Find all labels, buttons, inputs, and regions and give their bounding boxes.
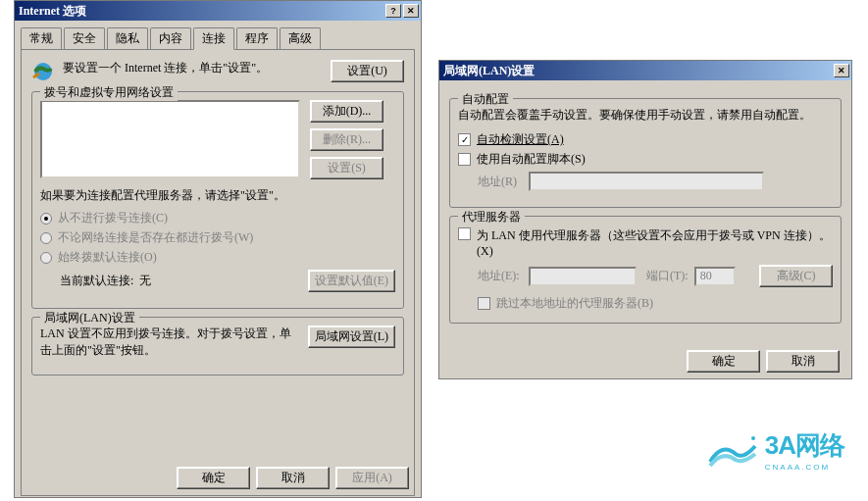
script-address-input: [529, 172, 764, 191]
set-default-button: 设置默认值(E): [308, 270, 395, 292]
help-button[interactable]: ?: [385, 4, 401, 18]
radio-never: 从不进行拨号连接(C): [40, 210, 395, 226]
logo-sub: CNAAA.COM: [765, 463, 844, 472]
auto-config-title: 自动配置: [458, 91, 513, 108]
auto-detect-checkbox[interactable]: [458, 133, 471, 146]
use-proxy-label: 为 LAN 使用代理服务器（这些设置不会应用于拨号或 VPN 连接）。(X): [477, 227, 833, 259]
titlebar: Internet 选项 ? ✕: [15, 1, 421, 21]
radio-always: 始终拨默认连接(O): [40, 249, 395, 266]
close-button[interactable]: ✕: [834, 64, 849, 77]
radio-always-input: [40, 252, 52, 264]
connections-panel: 要设置一个 Internet 连接，单击"设置"。 设置(U) 拨号和虚拟专用网…: [21, 49, 415, 496]
bypass-local-row: 跳过本地地址的代理服务器(B): [478, 295, 833, 312]
close-button[interactable]: ✕: [403, 4, 419, 18]
svg-point-1: [751, 436, 755, 440]
advanced-button: 高级(C): [759, 265, 833, 287]
titlebar: 局域网(LAN)设置 ✕: [439, 61, 851, 80]
use-proxy-row[interactable]: 为 LAN 使用代理服务器（这些设置不会应用于拨号或 VPN 连接）。(X): [458, 227, 833, 259]
radio-never-input: [40, 213, 52, 225]
auto-config-group: 自动配置 自动配置会覆盖手动设置。要确保使用手动设置，请禁用自动配置。 自动检测…: [449, 98, 842, 208]
window-title: Internet 选项: [19, 3, 383, 20]
proxy-hint: 如果要为连接配置代理服务器，请选择"设置"。: [40, 187, 395, 204]
dialup-listbox[interactable]: [40, 100, 300, 178]
radio-whenever: 不论网络连接是否存在都进行拨号(W): [40, 229, 395, 246]
lan-group: 局域网(LAN)设置 LAN 设置不应用到拨号连接。对于拨号设置，单击上面的"设…: [31, 317, 404, 376]
remove-button: 删除(R)...: [310, 128, 383, 151]
auto-config-hint: 自动配置会覆盖手动设置。要确保使用手动设置，请禁用自动配置。: [458, 107, 833, 124]
lan-group-title: 局域网(LAN)设置: [40, 310, 139, 326]
watermark-logo: 3A网络 CNAAA.COM: [708, 428, 844, 472]
tab-connections[interactable]: 连接: [193, 27, 234, 50]
auto-detect-label: 自动检测设置(A): [477, 131, 564, 148]
tab-content[interactable]: 内容: [150, 27, 191, 50]
dialup-group: 拨号和虚拟专用网络设置 添加(D)... 删除(R)... 设置(S) 如果要为…: [31, 91, 404, 309]
bypass-local-checkbox: [478, 297, 490, 310]
use-script-label: 使用自动配置脚本(S): [477, 151, 586, 168]
auto-detect-row[interactable]: 自动检测设置(A): [458, 131, 833, 148]
dialup-group-title: 拨号和虚拟专用网络设置: [40, 84, 178, 101]
cancel-button[interactable]: 取消: [766, 350, 840, 373]
tabs: 常规 安全 隐私 内容 连接 程序 高级: [21, 27, 415, 50]
tab-general[interactable]: 常规: [21, 27, 62, 50]
tab-advanced[interactable]: 高级: [280, 27, 321, 50]
radio-never-label: 从不进行拨号连接(C): [58, 210, 168, 226]
proxy-port-label: 端口(T):: [646, 268, 689, 284]
proxy-group: 代理服务器 为 LAN 使用代理服务器（这些设置不会应用于拨号或 VPN 连接）…: [449, 216, 842, 324]
add-button[interactable]: 添加(D)...: [310, 100, 383, 123]
logo-main: 3A网络: [765, 428, 844, 463]
lan-settings-button[interactable]: 局域网设置(L): [308, 326, 395, 348]
proxy-address-label: 地址(E):: [478, 268, 529, 284]
radio-whenever-label: 不论网络连接是否存在都进行拨号(W): [58, 229, 253, 246]
internet-options-window: Internet 选项 ? ✕ 常规 安全 隐私 内容 连接 程序 高级: [14, 0, 422, 498]
tab-programs[interactable]: 程序: [236, 27, 278, 50]
current-default-value: 无: [139, 273, 151, 289]
lan-settings-window: 局域网(LAN)设置 ✕ 自动配置 自动配置会覆盖手动设置。要确保使用手动设置，…: [438, 60, 852, 379]
proxy-address-input: [529, 267, 637, 286]
radio-whenever-input: [40, 232, 52, 244]
setup-button[interactable]: 设置(U): [331, 60, 404, 82]
dial-settings-button: 设置(S): [310, 157, 383, 179]
current-default-label: 当前默认连接:: [60, 273, 133, 289]
use-script-row[interactable]: 使用自动配置脚本(S): [458, 151, 833, 168]
proxy-group-title: 代理服务器: [458, 209, 525, 225]
script-address-label: 地址(R): [478, 174, 529, 190]
ok-button[interactable]: 确定: [177, 467, 250, 489]
bypass-local-label: 跳过本地地址的代理服务器(B): [496, 295, 653, 312]
tab-privacy[interactable]: 隐私: [107, 27, 148, 50]
globe-icon: [31, 60, 55, 83]
wave-icon: [708, 432, 757, 468]
use-script-checkbox[interactable]: [458, 153, 471, 166]
ok-button[interactable]: 确定: [687, 350, 760, 373]
lan-hint: LAN 设置不应用到拨号连接。对于拨号设置，单击上面的"设置"按钮。: [40, 326, 298, 359]
radio-always-label: 始终拨默认连接(O): [58, 249, 157, 266]
proxy-port-input: [694, 267, 736, 286]
setup-hint: 要设置一个 Internet 连接，单击"设置"。: [63, 60, 319, 76]
use-proxy-checkbox[interactable]: [458, 227, 471, 240]
window-title: 局域网(LAN)设置: [443, 63, 832, 79]
apply-button: 应用(A): [335, 467, 409, 489]
tab-security[interactable]: 安全: [64, 27, 105, 50]
cancel-button[interactable]: 取消: [256, 467, 330, 489]
